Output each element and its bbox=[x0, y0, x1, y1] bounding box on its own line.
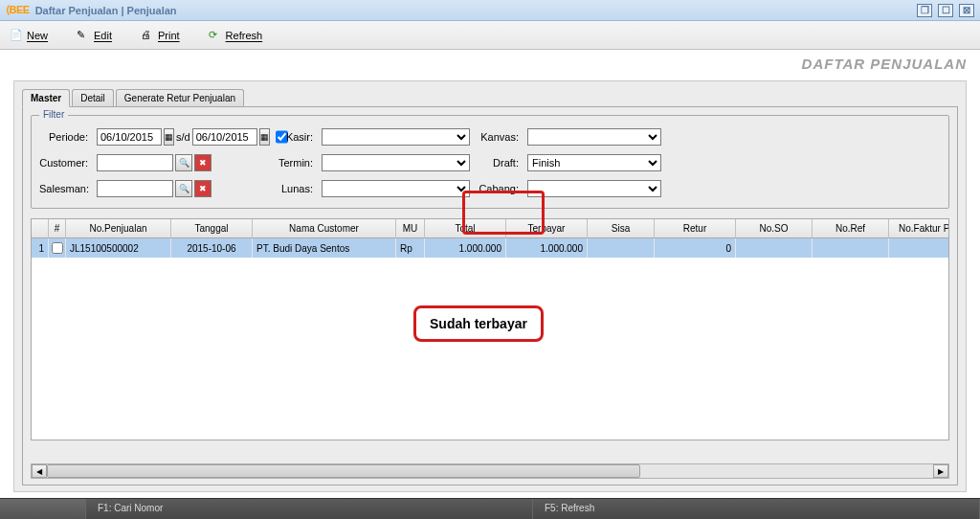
termin-select[interactable] bbox=[322, 154, 470, 171]
cell-retur: 0 bbox=[655, 238, 736, 258]
cell-mu: Rp bbox=[396, 238, 425, 258]
new-button[interactable]: 📄 New bbox=[10, 29, 48, 42]
cell-tanggal: 2015-10-06 bbox=[171, 238, 253, 258]
col-no-penjualan[interactable]: No.Penjualan bbox=[66, 219, 171, 238]
customer-clear-icon[interactable]: ✖ bbox=[194, 154, 212, 171]
lunas-label: Lunas: bbox=[264, 183, 317, 194]
tab-detail[interactable]: Detail bbox=[72, 89, 114, 107]
page-title: DAFTAR PENJUALAN bbox=[0, 50, 980, 77]
col-marker[interactable] bbox=[32, 219, 49, 238]
new-label: New bbox=[27, 30, 48, 41]
cell-terbayar: 1.000.000 bbox=[506, 238, 588, 258]
cell-rownum: 1 bbox=[32, 238, 49, 258]
customer-input[interactable] bbox=[97, 154, 173, 171]
tab-body: Filter Periode: ▦ s/d ▦ Kasir: Kanvas: C… bbox=[22, 106, 958, 485]
salesman-input[interactable] bbox=[97, 180, 173, 197]
refresh-icon: ⟳ bbox=[209, 29, 222, 42]
kasir-select[interactable] bbox=[322, 128, 470, 146]
draft-label: Draft: bbox=[475, 157, 523, 169]
tab-master[interactable]: Master bbox=[22, 89, 70, 107]
col-no-faktur[interactable]: No.Faktur Pa bbox=[889, 219, 949, 238]
col-rownum[interactable]: # bbox=[49, 219, 66, 238]
cell-no-faktur bbox=[889, 238, 949, 258]
customer-label: Customer: bbox=[39, 157, 92, 169]
customer-search-icon[interactable]: 🔍 bbox=[175, 154, 192, 171]
horizontal-scrollbar[interactable]: ◀ ▶ bbox=[31, 463, 949, 479]
col-terbayar[interactable]: Terbayar bbox=[506, 219, 588, 238]
print-label: Print bbox=[158, 30, 180, 41]
cabang-select[interactable] bbox=[527, 180, 661, 197]
status-seg-blank bbox=[0, 499, 86, 519]
close-window-icon[interactable]: ⊠ bbox=[959, 4, 974, 17]
salesman-clear-icon[interactable]: ✖ bbox=[194, 180, 212, 197]
col-retur[interactable]: Retur bbox=[655, 219, 736, 238]
sd-label: s/d bbox=[176, 131, 190, 143]
status-f1: F1: Cari Nomor bbox=[86, 499, 533, 519]
col-no-ref[interactable]: No.Ref bbox=[813, 219, 889, 238]
tab-generate-retur[interactable]: Generate Retur Penjualan bbox=[116, 89, 244, 107]
salesman-label: Salesman: bbox=[39, 183, 92, 194]
col-no-so[interactable]: No.SO bbox=[736, 219, 813, 238]
periode-to-input[interactable] bbox=[192, 128, 257, 146]
maximize-window-icon[interactable]: ☐ bbox=[938, 4, 953, 17]
calendar-from-icon[interactable]: ▦ bbox=[164, 128, 174, 146]
filter-fieldset: Filter Periode: ▦ s/d ▦ Kasir: Kanvas: C… bbox=[31, 115, 949, 209]
scroll-right-icon[interactable]: ▶ bbox=[933, 464, 948, 478]
col-tanggal[interactable]: Tanggal bbox=[171, 219, 253, 238]
cell-no-ref bbox=[813, 238, 889, 258]
periode-label: Periode: bbox=[39, 131, 92, 143]
cell-nama-customer: PT. Budi Daya Sentos bbox=[253, 238, 396, 258]
window-title: Daftar Penjualan | Penjualan bbox=[35, 5, 177, 16]
print-button[interactable]: 🖨 Print bbox=[141, 29, 180, 42]
cell-no-penjualan: JL15100500002 bbox=[66, 238, 171, 258]
table-header-row: # No.Penjualan Tanggal Nama Customer MU … bbox=[32, 219, 948, 238]
col-nama-customer[interactable]: Nama Customer bbox=[253, 219, 396, 238]
table-row[interactable]: 1 JL15100500002 2015-10-06 PT. Budi Daya… bbox=[32, 238, 948, 258]
col-total[interactable]: Total bbox=[425, 219, 506, 238]
refresh-label: Refresh bbox=[226, 30, 263, 41]
kasir-label: Kasir: bbox=[264, 131, 317, 143]
print-icon: 🖨 bbox=[141, 29, 154, 42]
new-icon: 📄 bbox=[10, 29, 23, 42]
termin-label: Termin: bbox=[264, 157, 317, 169]
cell-total: 1.000.000 bbox=[425, 238, 506, 258]
col-sisa[interactable]: Sisa bbox=[588, 219, 655, 238]
status-f5: F5: Refresh bbox=[533, 499, 980, 519]
tab-strip: Master Detail Generate Retur Penjualan bbox=[22, 89, 958, 107]
app-logo: ⟨BEE bbox=[6, 4, 30, 16]
col-mu[interactable]: MU bbox=[396, 219, 425, 238]
edit-button[interactable]: ✎ Edit bbox=[77, 29, 112, 42]
title-bar: ⟨BEE Daftar Penjualan | Penjualan ❐ ☐ ⊠ bbox=[0, 0, 980, 21]
salesman-search-icon[interactable]: 🔍 bbox=[175, 180, 192, 197]
status-bar: F1: Cari Nomor F5: Refresh bbox=[0, 498, 980, 519]
periode-from-input[interactable] bbox=[97, 128, 162, 146]
draft-select[interactable]: Finish bbox=[527, 154, 661, 171]
scroll-thumb[interactable] bbox=[47, 464, 640, 478]
lunas-select[interactable] bbox=[322, 180, 470, 197]
toolbar: 📄 New ✎ Edit 🖨 Print ⟳ Refresh bbox=[0, 21, 980, 50]
kanvas-select[interactable] bbox=[527, 128, 661, 146]
cell-sisa bbox=[588, 238, 655, 258]
row-checkbox[interactable] bbox=[52, 242, 63, 254]
edit-icon: ✎ bbox=[77, 29, 90, 42]
filter-legend: Filter bbox=[39, 109, 68, 120]
content-panel: Master Detail Generate Retur Penjualan F… bbox=[13, 80, 967, 492]
edit-label: Edit bbox=[94, 30, 112, 41]
scroll-left-icon[interactable]: ◀ bbox=[32, 464, 47, 478]
cabang-label: Cabang: bbox=[475, 183, 523, 194]
annotation-callout: Sudah terbayar bbox=[413, 305, 544, 342]
kanvas-label: Kanvas: bbox=[475, 131, 523, 143]
cell-no-so bbox=[736, 238, 813, 258]
restore-window-icon[interactable]: ❐ bbox=[917, 4, 932, 17]
refresh-button[interactable]: ⟳ Refresh bbox=[209, 29, 263, 42]
